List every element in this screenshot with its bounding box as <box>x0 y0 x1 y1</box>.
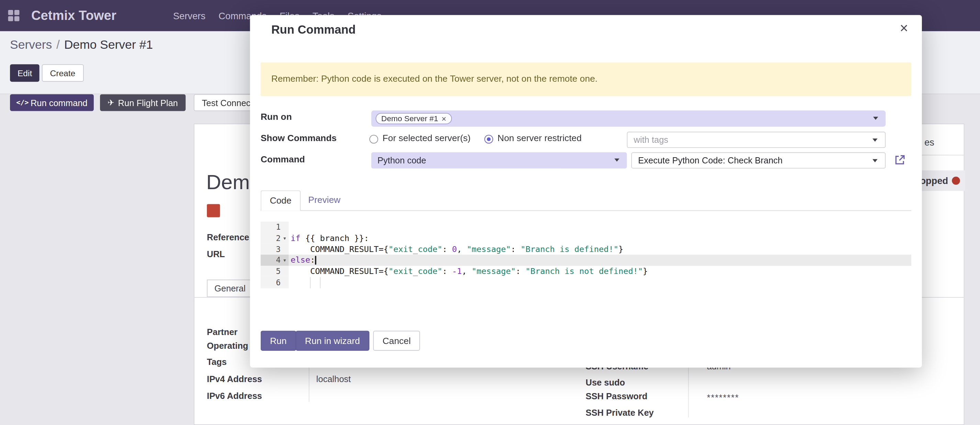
tab-preview[interactable]: Preview <box>301 190 348 211</box>
code-line-content[interactable]: if {{ branch }}: <box>289 233 911 244</box>
python-warning-alert: Remember: Python code is executed on the… <box>261 62 911 96</box>
code-token: 0 <box>452 244 457 254</box>
code-token: -1 <box>452 267 462 276</box>
server-color-swatch <box>207 204 220 217</box>
run-on-label: Run on <box>261 111 292 122</box>
edit-button[interactable]: Edit <box>10 64 40 82</box>
field-label-reference: Reference <box>207 232 249 242</box>
code-line-6[interactable]: 6 <box>261 277 911 288</box>
run-button[interactable]: Run <box>261 331 296 350</box>
radio-non-server-restricted-label[interactable]: Non server restricted <box>498 133 582 143</box>
alert-text: Remember: Python code is executed on the… <box>271 74 598 84</box>
code-token: : <box>442 267 452 276</box>
server-chip-label: Demo Server #1 <box>382 114 439 123</box>
code-line-4[interactable]: 4▾else: <box>261 255 911 266</box>
tags-placeholder: with tags <box>634 135 668 145</box>
gutter-cell: 3 <box>261 244 289 255</box>
code-token: , <box>462 267 471 276</box>
breadcrumb-servers[interactable]: Servers <box>10 37 52 51</box>
code-line-content[interactable] <box>289 221 911 232</box>
run-command-label: Run command <box>30 98 88 108</box>
tab-code[interactable]: Code <box>261 190 300 211</box>
field-label-ipv6: IPv6 Address <box>207 391 262 401</box>
run-command-button[interactable]: </>Run command <box>10 94 94 111</box>
code-editor[interactable]: 12▾if {{ branch }}:3 COMMAND_RESULT={"ex… <box>261 221 911 289</box>
line-number: 6 <box>276 277 281 288</box>
gutter-cell: 6 <box>261 277 289 288</box>
fold-arrow-icon[interactable]: ▾ <box>281 255 289 266</box>
fold-arrow-icon[interactable]: ▾ <box>281 233 289 244</box>
tabs-divider <box>261 211 911 211</box>
field-label-url: URL <box>207 249 225 259</box>
command-select[interactable]: Execute Python Code: Check Branch <box>631 152 886 168</box>
apps-grid-icon[interactable] <box>8 9 20 22</box>
fold-spacer <box>281 277 289 288</box>
code-token: "exit_code" <box>389 244 442 254</box>
create-button[interactable]: Create <box>42 64 83 82</box>
tab-general[interactable]: General <box>207 279 253 297</box>
code-line-3[interactable]: 3 COMMAND_RESULT={"exit_code": 0, "messa… <box>261 244 911 255</box>
run-flight-plan-label: Run Flight Plan <box>118 98 178 108</box>
code-token: : <box>442 244 452 254</box>
cancel-button[interactable]: Cancel <box>373 331 420 350</box>
field-label-ssh-password: SSH Password <box>585 391 648 401</box>
chevron-down-icon <box>614 159 620 162</box>
code-line-2[interactable]: 2▾if {{ branch }}: <box>261 233 911 244</box>
code-line-content[interactable]: COMMAND_RESULT={"exit_code": 0, "message… <box>289 244 911 255</box>
radio-for-selected-servers-label[interactable]: For selected server(s) <box>382 133 471 143</box>
code-token: {{ branch }}: <box>300 233 369 243</box>
code-token: } <box>643 267 648 276</box>
chevron-down-icon <box>872 159 878 162</box>
code-token: "Branch is defined!" <box>520 244 619 254</box>
code-line-5[interactable]: 5 COMMAND_RESULT={"exit_code": -1, "mess… <box>261 266 911 277</box>
field-label-ssh-private-key: SSH Private Key <box>585 408 654 417</box>
gutter-cell: 5 <box>261 266 289 277</box>
code-token: "message" <box>467 244 511 254</box>
code-token: "exit_code" <box>389 267 442 276</box>
gutter-cell: 2▾ <box>261 233 289 244</box>
chip-remove-icon[interactable]: ✕ <box>441 115 446 122</box>
command-type-select[interactable]: Python code <box>371 152 627 168</box>
breadcrumb-separator: / <box>56 37 60 51</box>
code-line-1[interactable]: 1 <box>261 221 911 232</box>
gutter-cell: 4▾ <box>261 255 289 266</box>
command-type-value: Python code <box>378 155 426 165</box>
show-commands-label: Show Commands <box>261 133 336 143</box>
code-token: if <box>291 233 300 243</box>
field-value-ipv4: localhost <box>316 374 351 384</box>
line-number: 1 <box>276 221 281 232</box>
app-brand[interactable]: Cetmix Tower <box>31 0 116 31</box>
tags-select[interactable]: with tags <box>627 132 886 148</box>
navbar-item-servers[interactable]: Servers <box>173 10 205 21</box>
radio-for-selected-servers[interactable] <box>369 135 378 143</box>
field-label-use-sudo: Use sudo <box>585 377 625 388</box>
code-token: "message" <box>472 267 516 276</box>
server-chip[interactable]: Demo Server #1 ✕ <box>375 113 452 124</box>
indent-guide <box>320 277 321 288</box>
code-icon: </> <box>16 98 29 107</box>
external-link-icon[interactable] <box>893 154 906 167</box>
chevron-down-icon <box>872 139 878 142</box>
code-token: , <box>457 244 467 254</box>
code-editor-lines: 12▾if {{ branch }}:3 COMMAND_RESULT={"ex… <box>261 221 911 288</box>
breadcrumb: Servers/Demo Server #1 <box>10 37 153 52</box>
run-in-wizard-button[interactable]: Run in wizard <box>296 331 369 350</box>
run-flight-plan-button[interactable]: ✈Run Flight Plan <box>100 94 186 111</box>
code-token: COMMAND_RESULT={ <box>291 244 389 254</box>
field-label-tags: Tags <box>207 357 227 367</box>
close-icon[interactable]: × <box>900 20 908 37</box>
code-line-content[interactable]: else: <box>289 255 911 266</box>
run-command-modal: Run Command × Remember: Python code is e… <box>250 15 922 368</box>
status-stopped-dot <box>952 176 960 185</box>
code-token: : <box>511 244 520 254</box>
code-token: : <box>310 255 315 265</box>
app-window: Cetmix Tower ServersCommandsFilesToolsSe… <box>0 0 980 425</box>
code-line-content[interactable]: COMMAND_RESULT={"exit_code": -1, "messag… <box>289 266 911 277</box>
code-line-content[interactable] <box>289 277 911 288</box>
fold-spacer <box>281 221 289 232</box>
breadcrumb-current: Demo Server #1 <box>64 37 153 51</box>
run-on-select[interactable]: Demo Server #1 ✕ <box>371 111 886 127</box>
clipped-text-fragment: es <box>924 136 934 147</box>
radio-non-server-restricted[interactable] <box>485 135 493 143</box>
code-token: } <box>619 244 623 254</box>
